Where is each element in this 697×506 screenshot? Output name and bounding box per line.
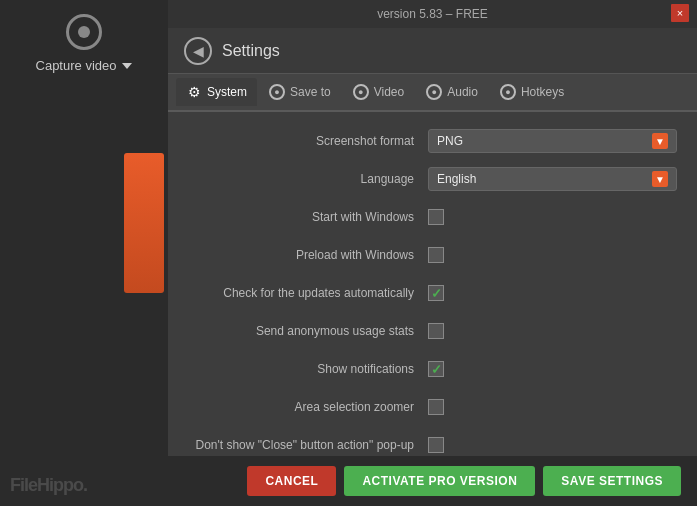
close-popup-control (428, 437, 677, 453)
updates-checkbox[interactable]: ✓ (428, 285, 444, 301)
notifications-label: Show notifications (188, 362, 428, 376)
start-windows-control (428, 209, 677, 225)
notifications-control: ✓ (428, 361, 677, 377)
back-icon: ◀ (193, 43, 204, 59)
updates-label: Check for the updates automatically (188, 286, 428, 300)
language-row: Language English ▼ (188, 166, 677, 192)
close-popup-row: Don't show "Close" button action" pop-up (188, 432, 677, 456)
tab-video[interactable]: ● Video (343, 78, 414, 106)
area-zoom-checkbox[interactable] (428, 399, 444, 415)
screenshot-format-select[interactable]: PNG ▼ (428, 129, 677, 153)
cancel-button[interactable]: CANCEL (247, 466, 336, 496)
area-zoom-control (428, 399, 677, 415)
screenshot-format-arrow: ▼ (652, 133, 668, 149)
screenshot-format-label: Screenshot format (188, 134, 428, 148)
screenshot-format-value: PNG (437, 134, 463, 148)
checkmark-icon: ✓ (431, 287, 442, 300)
tab-system-label: System (207, 85, 247, 99)
tab-hotkeys[interactable]: ● Hotkeys (490, 78, 574, 106)
preload-windows-label: Preload with Windows (188, 248, 428, 262)
capture-label: Capture video (36, 58, 117, 73)
language-arrow: ▼ (652, 171, 668, 187)
back-button[interactable]: ◀ (184, 37, 212, 65)
settings-header: ◀ Settings (168, 28, 697, 74)
sidebar-preview-block (124, 153, 164, 293)
tab-audio[interactable]: ● Audio (416, 78, 488, 106)
area-zoom-label: Area selection zoomer (188, 400, 428, 414)
title-bar: version 5.83 – FREE × (168, 0, 697, 28)
audio-icon: ● (426, 84, 442, 100)
close-popup-label: Don't show "Close" button action" pop-up (188, 438, 428, 452)
notifications-row: Show notifications ✓ (188, 356, 677, 382)
save-to-icon: ● (269, 84, 285, 100)
app-logo (66, 14, 102, 50)
save-settings-button[interactable]: SAVE SETTINGS (543, 466, 681, 496)
hotkeys-icon: ● (500, 84, 516, 100)
video-icon: ● (353, 84, 369, 100)
start-windows-label: Start with Windows (188, 210, 428, 224)
bottom-bar: CANCEL ACTIVATE PRO VERSION SAVE SETTING… (168, 456, 697, 506)
start-windows-checkbox[interactable] (428, 209, 444, 225)
notifications-checkbox[interactable]: ✓ (428, 361, 444, 377)
preload-windows-row: Preload with Windows (188, 242, 677, 268)
watermark-text: FileHippo. (10, 475, 87, 496)
sidebar: Capture video FileHippo. (0, 0, 168, 506)
capture-video-button[interactable]: Capture video (36, 58, 133, 73)
updates-row: Check for the updates automatically ✓ (188, 280, 677, 306)
usage-stats-control (428, 323, 677, 339)
language-label: Language (188, 172, 428, 186)
close-button[interactable]: × (671, 4, 689, 22)
screenshot-format-row: Screenshot format PNG ▼ (188, 128, 677, 154)
preload-windows-checkbox[interactable] (428, 247, 444, 263)
preload-windows-control (428, 247, 677, 263)
tab-hotkeys-label: Hotkeys (521, 85, 564, 99)
start-windows-row: Start with Windows (188, 204, 677, 230)
settings-title: Settings (222, 42, 280, 60)
main-panel: version 5.83 – FREE × ◀ Settings ⚙ Syste… (168, 0, 697, 506)
tab-save-to-label: Save to (290, 85, 331, 99)
area-zoom-row: Area selection zoomer (188, 394, 677, 420)
activate-pro-button[interactable]: ACTIVATE PRO VERSION (344, 466, 535, 496)
usage-stats-checkbox[interactable] (428, 323, 444, 339)
version-text: version 5.83 – FREE (377, 7, 488, 21)
tab-save-to[interactable]: ● Save to (259, 78, 341, 106)
tabs-bar: ⚙ System ● Save to ● Video ● Audio ● Hot… (168, 74, 697, 112)
updates-control: ✓ (428, 285, 677, 301)
tab-system[interactable]: ⚙ System (176, 78, 257, 106)
tab-video-label: Video (374, 85, 404, 99)
screenshot-format-control: PNG ▼ (428, 129, 677, 153)
language-control: English ▼ (428, 167, 677, 191)
usage-stats-label: Send anonymous usage stats (188, 324, 428, 338)
close-icon: × (677, 7, 683, 19)
notifications-checkmark-icon: ✓ (431, 363, 442, 376)
usage-stats-row: Send anonymous usage stats (188, 318, 677, 344)
language-select[interactable]: English ▼ (428, 167, 677, 191)
language-value: English (437, 172, 476, 186)
close-popup-checkbox[interactable] (428, 437, 444, 453)
settings-content: Screenshot format PNG ▼ Language English… (168, 112, 697, 456)
chevron-down-icon (122, 63, 132, 69)
tab-audio-label: Audio (447, 85, 478, 99)
system-icon: ⚙ (186, 84, 202, 100)
